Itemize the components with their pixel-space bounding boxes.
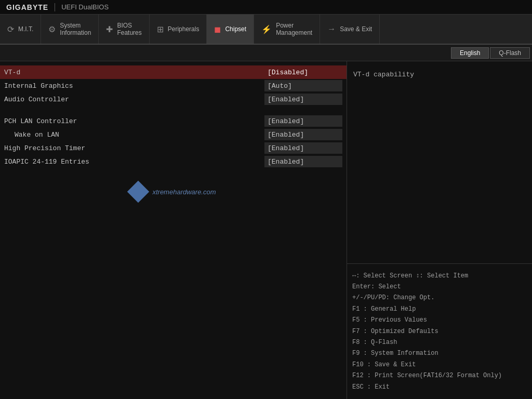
nav-sysinfo[interactable]: ⚙ SystemInformation	[41, 15, 99, 44]
setting-label-audio-controller: Audio Controller	[4, 96, 264, 103]
help-line: +/-/PU/PD: Change Opt.	[352, 292, 527, 303]
gigabyte-logo: GIGABYTE	[6, 3, 48, 11]
help-line: ↔: Select Screen ↕: Select Item	[352, 271, 527, 281]
left-panel: VT-d [Disabled] Internal Graphics [Auto]…	[0, 61, 347, 399]
help-line: Enter: Select	[352, 282, 527, 292]
uefi-title: UEFI DualBIOS	[61, 3, 109, 11]
qflash-button[interactable]: Q-Flash	[490, 47, 530, 59]
help-line: F5 : Previous Values	[352, 315, 527, 325]
help-line: F7 : Optimized Defaults	[352, 326, 527, 337]
nav-chipset-label: Chipset	[225, 25, 246, 33]
sysinfo-icon: ⚙	[48, 24, 56, 34]
setting-label-high-precision: High Precision Timer	[4, 144, 264, 152]
help-line: F1 : General Help	[352, 304, 527, 314]
lang-english-button[interactable]: English	[451, 47, 489, 59]
nav-peripherals[interactable]: ⊞ Peripherals	[150, 15, 207, 44]
right-panel: VT-d capability ↔: Select Screen ↕: Sele…	[347, 61, 532, 399]
setting-row-ioapic[interactable]: IOAPIC 24-119 Entries [Enabled]	[0, 155, 347, 168]
watermark-diamond	[127, 181, 149, 203]
help-line: F12 : Print Screen(FAT16/32 Format Only)	[352, 370, 527, 381]
peripherals-icon: ⊞	[157, 24, 164, 34]
main-content: VT-d [Disabled] Internal Graphics [Auto]…	[0, 61, 532, 399]
setting-row-pch-lan[interactable]: PCH LAN Controller [Enabled]	[0, 114, 347, 128]
saveexit-icon: →	[327, 24, 336, 34]
setting-row-audio-controller[interactable]: Audio Controller [Enabled]	[0, 92, 347, 106]
top-bar: GIGABYTE UEFI DualBIOS	[0, 0, 532, 15]
chipset-icon: ◼	[214, 24, 221, 34]
nav-bar: ⟳ M.I.T. ⚙ SystemInformation ✚ BIOSFeatu…	[0, 15, 532, 45]
setting-value-ioapic: [Enabled]	[264, 156, 342, 167]
nav-saveexit-label: Save & Exit	[340, 25, 372, 33]
setting-label-ioapic: IOAPIC 24-119 Entries	[4, 158, 264, 166]
nav-bios[interactable]: ✚ BIOSFeatures	[99, 15, 149, 44]
help-line: F10 : Save & Exit	[352, 360, 527, 370]
setting-label-wake-on-lan: Wake on LAN	[4, 131, 264, 139]
nav-saveexit[interactable]: → Save & Exit	[320, 15, 380, 44]
nav-mit-label: M.I.T.	[18, 25, 33, 33]
nav-chipset[interactable]: ◼ Chipset	[207, 15, 254, 44]
setting-label-pch-lan: PCH LAN Controller	[4, 117, 264, 125]
help-line: F9 : System Information	[352, 348, 527, 358]
setting-value-audio-controller: [Enabled]	[264, 94, 342, 105]
setting-value-vtd: [Disabled]	[264, 66, 342, 78]
setting-value-high-precision: [Enabled]	[264, 142, 342, 154]
setting-row-wake-on-lan[interactable]: Wake on LAN [Enabled]	[0, 128, 347, 141]
nav-peripherals-label: Peripherals	[168, 25, 200, 33]
power-icon: ⚡	[261, 24, 272, 34]
nav-sysinfo-label: SystemInformation	[60, 22, 91, 37]
nav-power[interactable]: ⚡ PowerManagement	[254, 15, 320, 44]
watermark: xtremehardware.com	[0, 168, 347, 215]
nav-power-label: PowerManagement	[276, 22, 312, 37]
setting-row-high-precision[interactable]: High Precision Timer [Enabled]	[0, 141, 347, 155]
setting-row-vtd[interactable]: VT-d [Disabled]	[0, 65, 347, 79]
separator	[55, 3, 55, 11]
spacer-1	[0, 106, 347, 114]
setting-row-internal-graphics[interactable]: Internal Graphics [Auto]	[0, 79, 347, 92]
help-line: ESC : Exit	[352, 382, 527, 392]
nav-bios-label: BIOSFeatures	[117, 22, 141, 37]
help-line: F8 : Q-Flash	[352, 337, 527, 348]
bios-icon: ✚	[106, 24, 113, 34]
info-text: VT-d capability	[353, 71, 414, 78]
setting-value-wake-on-lan: [Enabled]	[264, 129, 342, 140]
watermark-text: xtremehardware.com	[152, 188, 216, 196]
lang-bar: English Q-Flash	[0, 45, 532, 61]
setting-label-vtd: VT-d	[4, 69, 264, 76]
nav-mit[interactable]: ⟳ M.I.T.	[0, 15, 41, 44]
info-area: VT-d capability	[347, 61, 532, 264]
setting-value-internal-graphics: [Auto]	[264, 80, 342, 91]
setting-value-pch-lan: [Enabled]	[264, 115, 342, 127]
mit-icon: ⟳	[7, 24, 14, 34]
setting-label-internal-graphics: Internal Graphics	[4, 82, 264, 90]
help-area: ↔: Select Screen ↕: Select ItemEnter: Se…	[347, 264, 532, 399]
